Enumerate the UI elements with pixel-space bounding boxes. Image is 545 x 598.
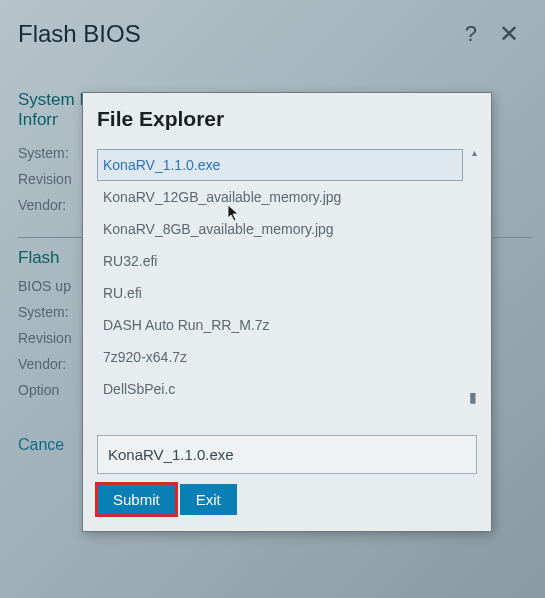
file-item[interactable]: KonaRV_1.1.0.exe [97, 149, 463, 181]
button-row: Submit Exit [97, 484, 477, 515]
titlebar: Flash BIOS ? ✕ [12, 12, 533, 62]
scroll-down-icon[interactable]: ▮ [469, 389, 477, 405]
help-icon[interactable]: ? [465, 23, 477, 45]
file-item[interactable]: DASH Auto Run_RR_M.7z [97, 309, 463, 341]
file-item[interactable]: DellSbPei.c [97, 373, 463, 405]
exit-button[interactable]: Exit [180, 484, 237, 515]
close-icon[interactable]: ✕ [499, 22, 519, 46]
file-item[interactable]: KonaRV_12GB_available_memory.jpg [97, 181, 463, 213]
submit-button[interactable]: Submit [97, 484, 176, 515]
window-title: Flash BIOS [18, 20, 141, 48]
filename-input[interactable]: KonaRV_1.1.0.exe [97, 435, 477, 474]
scroll-up-icon[interactable]: ▴ [472, 149, 477, 158]
file-item[interactable]: RU.efi [97, 277, 463, 309]
file-item[interactable]: RU32.efi [97, 245, 463, 277]
file-list: KonaRV_1.1.0.exeKonaRV_12GB_available_me… [97, 149, 477, 421]
file-item[interactable]: KonaRV_8GB_available_memory.jpg [97, 213, 463, 245]
file-explorer-dialog: File Explorer KonaRV_1.1.0.exeKonaRV_12G… [82, 92, 492, 532]
scrollbar[interactable]: ▴ ▮ [467, 149, 477, 421]
dialog-title: File Explorer [97, 107, 477, 131]
file-item[interactable]: 7z920-x64.7z [97, 341, 463, 373]
